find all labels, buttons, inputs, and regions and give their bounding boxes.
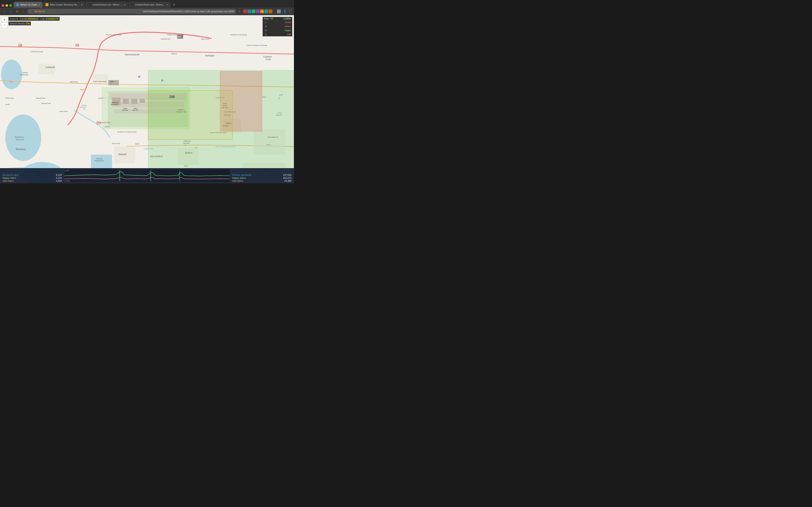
- svg-text:Horton Road: Horton Road: [59, 111, 68, 112]
- menu-btn[interactable]: ⋮: [288, 9, 292, 14]
- bottom-stats-panel: Devices in view 6,144 Happy status 5,120…: [0, 168, 294, 183]
- tab-close-1[interactable]: ✕: [38, 4, 40, 6]
- tab-close-4[interactable]: ✕: [166, 4, 168, 6]
- close-window-btn[interactable]: [2, 4, 4, 7]
- tab-favicon-4: [131, 3, 134, 6]
- lock-icon: ⚠: [29, 10, 31, 13]
- devices-worldwide-line: Devices worldwide 237,633: [232, 174, 291, 176]
- delete-key: 'd': [264, 25, 268, 28]
- svg-text:Southern Perimeter Road: Southern Perimeter Road: [117, 131, 137, 133]
- svg-text:A3113: A3113: [105, 126, 110, 128]
- svg-text:Stanwell Road: Stanwell Road: [41, 103, 51, 104]
- back-btn[interactable]: ‹: [2, 9, 7, 14]
- tab-github-sim[interactable]: mckeeh3/woe-sim: Where On... ✕: [86, 2, 128, 8]
- device-density-label: Device density: [10, 22, 25, 25]
- svg-text:Gates: Gates: [134, 108, 138, 109]
- ext-icon-9[interactable]: [277, 9, 281, 13]
- happy-key: 'h': [264, 29, 268, 32]
- svg-rect-126: [119, 170, 120, 181]
- svg-text:Wraysbury: Wraysbury: [16, 148, 26, 151]
- devices-in-view-value: 6,144: [56, 174, 62, 176]
- reload-btn[interactable]: ↻: [14, 9, 20, 14]
- rate-label: Rate +'R': [264, 17, 273, 20]
- chart-svg: [64, 169, 230, 182]
- happy-status-left-line: Happy status 5,120: [3, 177, 62, 179]
- lat-info: Lat 51.46939019: [19, 17, 39, 21]
- svg-text:Staines: Staines: [96, 158, 103, 160]
- browser-chrome: Where On Earth ✕ Akka Cluster Sharding V…: [0, 0, 294, 15]
- chart-y-bottom: -1,100: [64, 180, 70, 182]
- rate-row: Rate +'R' 1,000/s: [263, 17, 292, 20]
- svg-text:Colnbrook By pass: Colnbrook By pass: [31, 51, 43, 53]
- happy-status-left-value: 5,120: [56, 177, 62, 179]
- sad-key: 's': [264, 33, 268, 36]
- tab-title-2: Akka Cluster Sharding Viewer: [50, 3, 80, 6]
- svg-text:M4: M4: [76, 44, 79, 46]
- forward-btn[interactable]: ›: [8, 9, 13, 14]
- svg-text:Harlington: Harlington: [205, 55, 215, 57]
- new-tab-btn[interactable]: +: [171, 2, 177, 8]
- svg-rect-14: [38, 64, 55, 74]
- happy-row: 'h' happy: [263, 29, 292, 33]
- create-label: create: [285, 21, 291, 24]
- zoom-info: Zoom 5: [8, 17, 19, 21]
- happy-status-right-label: Happy status: [232, 177, 246, 179]
- svg-text:Heathrow Interchange: Heathrow Interchange: [231, 34, 247, 36]
- ext-icon-7[interactable]: [268, 9, 272, 13]
- svg-rect-12: [131, 99, 138, 104]
- svg-rect-128: [179, 170, 180, 181]
- tab-title-4: mckeeh3/woe-twin: Where On...: [135, 3, 165, 6]
- map-container[interactable]: Queen Reservoir Wraysbury Reservoir King…: [0, 15, 294, 183]
- svg-text:B32-B48: B32-B48: [122, 109, 128, 111]
- ext-icon-8[interactable]: [273, 9, 276, 13]
- svg-text:P: P: [138, 75, 140, 78]
- address-bar[interactable]: ⚠ Not Secure a91076d00ad1f4342befdaf380d…: [27, 9, 236, 14]
- sad-status-right-value: 15,360: [284, 180, 291, 182]
- minimize-window-btn[interactable]: [5, 4, 8, 7]
- devices-in-view-line: Devices in view 6,144: [3, 174, 62, 176]
- device-density-panel: Device density 256: [8, 21, 31, 25]
- zoom-out-btn[interactable]: −: [2, 22, 7, 28]
- device-density-value: 256: [26, 22, 30, 25]
- home-btn[interactable]: ⌂: [21, 9, 26, 14]
- tab-akka[interactable]: Akka Cluster Sharding Viewer ✕: [43, 2, 85, 8]
- svg-text:Harmondsworth: Harmondsworth: [125, 53, 140, 56]
- svg-text:A4: A4: [10, 81, 12, 83]
- map-info-panel: Zoom 5 Lat 51.46939019 Lng -0.45465278: [8, 17, 60, 21]
- happy-status-right-value: 222,273: [283, 177, 291, 179]
- shortcuts-panel: Rate +'R' 1,000/s 'c' create 'd' delete …: [263, 17, 292, 36]
- svg-text:Bath Road: Bath Road: [70, 81, 78, 83]
- tab-close-2[interactable]: ✕: [81, 4, 83, 6]
- delete-row: 'd' delete: [263, 24, 292, 29]
- ext-icon-4[interactable]: [256, 9, 260, 13]
- account-btn[interactable]: 👤: [282, 9, 287, 14]
- ext-icon-6[interactable]: [264, 9, 268, 13]
- ext-icon-3[interactable]: [252, 9, 255, 13]
- svg-text:Wraysbury: Wraysbury: [15, 136, 24, 138]
- density-map-label: 256: [169, 95, 175, 99]
- tab-github-twin[interactable]: mckeeh3/woe-twin: Where On... ✕: [129, 2, 171, 8]
- ext-icon-1[interactable]: [243, 9, 247, 13]
- extension-icons: N: [243, 9, 281, 13]
- ext-icon-5[interactable]: N: [260, 9, 264, 13]
- svg-text:Site: Site: [83, 108, 86, 110]
- svg-text:M25: M25: [177, 36, 181, 38]
- chart-y-top: 1,100: [64, 169, 69, 172]
- svg-text:Stanwell: Stanwell: [118, 153, 126, 156]
- svg-text:Biodiversity: Biodiversity: [80, 107, 87, 108]
- maximize-window-btn[interactable]: [9, 4, 12, 7]
- stats-right: Devices worldwide 237,633 Happy status 2…: [232, 174, 291, 182]
- sad-row: 's' sad: [263, 33, 292, 36]
- nav-bar: ‹ › ↻ ⌂ ⚠ Not Secure a91076d00ad1f4342be…: [0, 8, 294, 15]
- tab-close-3[interactable]: ✕: [124, 4, 125, 6]
- svg-text:Horton: Horton: [5, 104, 10, 105]
- zoom-in-btn[interactable]: +: [2, 17, 7, 22]
- ext-icon-2[interactable]: [247, 9, 251, 13]
- bookmark-btn[interactable]: ☆: [237, 9, 242, 14]
- svg-text:Horton Road: Horton Road: [5, 97, 14, 99]
- devices-worldwide-label: Devices worldwide: [232, 174, 251, 176]
- svg-text:A3044: A3044: [98, 97, 103, 99]
- svg-text:Reservoirs: Reservoirs: [95, 160, 104, 162]
- tab-where-on-earth[interactable]: Where On Earth ✕: [13, 2, 43, 8]
- tab-favicon-1: [16, 3, 19, 6]
